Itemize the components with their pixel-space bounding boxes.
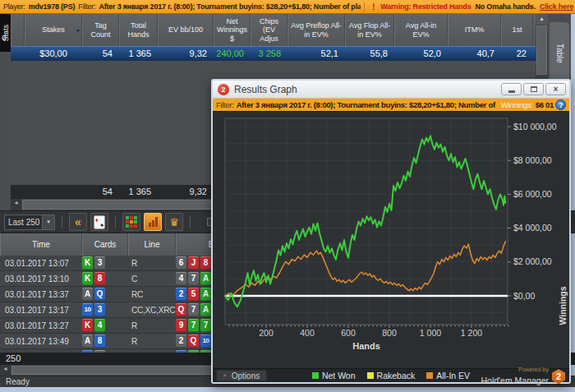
svg-text:$8 000,00: $8 000,00 [513,155,552,165]
card: 8 [200,256,211,270]
scroll-left-icon[interactable]: ◂ [11,199,21,210]
winnings-label: Winnings: [501,100,533,109]
popup-title: Results Graph [234,84,499,95]
card: 4 [176,272,186,285]
brand-logo: Powered by Hold'em Manager 2 [481,369,565,384]
card: 2 [176,288,186,301]
options-label: Options [232,371,260,381]
filter-label: Filter: [78,2,95,11]
cell: 1 365 [119,185,158,199]
winnings-value: $6 01 [536,100,554,109]
scroll-up-icon[interactable]: ▴ [536,14,548,25]
help-icon[interactable]: ? [555,99,566,110]
options-button[interactable]: ^ Options [216,370,267,381]
chevron-down-icon[interactable]: ▾ [42,215,54,229]
column-header[interactable]: Avg All-in EV% [394,14,448,46]
hm2-app-icon: 2 [218,84,229,95]
column-header[interactable]: Stakes▾ [25,14,82,46]
cell: 22 [501,47,533,61]
results-graph-button[interactable] [144,213,162,231]
legend-item: All-In EV [426,371,470,380]
filter-value: After 3 января 2017 г. (8:00); Tournamen… [99,2,361,11]
range-select-dropdown[interactable]: Last 250 ▾ [4,214,55,230]
card: 10 [200,334,211,348]
brand-name: Hold'em Manager [481,376,549,385]
grid-view-button[interactable] [122,213,140,231]
svg-text:$6 000,00: $6 000,00 [513,189,552,199]
tourney-results-button[interactable]: ♛ [165,213,183,231]
results-graph-chart: 2004006008001 0001 200$0,00$2 000,00$4 0… [213,112,569,368]
warning-icon: ! [372,2,375,12]
cell: 55,8 [345,47,394,61]
column-header[interactable]: Tag Count [82,14,119,46]
card: K [82,256,93,270]
legend-item: Rakeback [367,371,416,380]
legend-label: Rakeback [377,371,416,380]
card: 8 [94,272,105,285]
hand-time: 03.01.2017 13:17 [0,306,82,315]
sort-icon[interactable]: ▾ [76,27,80,35]
column-header[interactable]: Avg Preflop All-in EV% [288,14,345,46]
column-header[interactable]: Net Winnings $ [214,14,251,46]
action-line: R [128,321,176,330]
grid-icon [126,216,137,228]
clipped-column-header: d [2,33,7,42]
top-filter-bar: Player:mdv1978 (PS) Filter:After 3 январ… [0,0,575,14]
warning-link[interactable]: Click here [540,2,573,11]
card: 9 [176,319,186,332]
column-header[interactable]: EV bb/100 [158,14,214,46]
svg-text:600: 600 [341,328,356,338]
replay-button[interactable]: « [69,213,87,231]
card: 7 [188,272,199,285]
scrollbar-thumb[interactable] [536,25,547,75]
card: 6 [176,256,186,270]
svg-text:$4 000,00: $4 000,00 [513,223,552,233]
svg-text:800: 800 [382,328,397,338]
stats-table-selected-row[interactable]: $30,00541 3659,32240,003 25852,155,852,0… [11,46,536,61]
close-button[interactable]: × [545,83,566,95]
svg-text:1 000: 1 000 [420,328,441,338]
card: K [82,319,93,332]
maximize-button[interactable] [523,83,544,95]
hole-cards: K8 [82,272,128,285]
action-line: C [128,274,176,284]
warning-title: Warning: Restricted Hands [380,2,471,11]
popup-filter-label: Filter: [216,100,234,109]
card: A [82,334,93,348]
table-side-tab[interactable]: Table [549,21,570,85]
scroll-left-icon[interactable]: ◂ [0,365,11,376]
column-header[interactable]: ITM% [448,14,501,46]
hand-time: 03.01.2017 13:27 [0,321,82,330]
minimize-button[interactable] [501,83,522,95]
divider [62,215,62,228]
column-header[interactable] [11,14,25,46]
column-header[interactable]: Line [128,233,176,256]
column-header[interactable]: Time [0,233,82,256]
playing-card-icon: ♦♠ [94,215,105,229]
card: K [82,272,93,285]
column-header[interactable]: Total Hands [119,14,158,46]
card: Q [176,303,186,316]
cell [25,185,82,199]
legend-label: All-In EV [436,371,470,380]
cell [11,47,25,61]
cell: 40,7 [448,47,501,61]
cell: 240,00 [214,47,251,61]
card: 5 [188,288,199,301]
popup-title-bar[interactable]: 2 Results Graph × [213,81,569,99]
hand-viewer-button[interactable]: ♦♠ [90,213,108,231]
popup-filter-value: After 3 января 2017 г. (8:00); Tournamen… [237,100,497,109]
rewind-icon: « [75,216,81,228]
legend-swatch-icon [367,372,374,379]
column-header[interactable]: Chips (EV Adjus [251,14,288,46]
card: 7 [200,319,211,332]
card: 7 [188,319,199,332]
card: Q [188,334,199,348]
column-header[interactable]: Avg Flop All-in EV% [345,14,394,46]
column-header[interactable]: Cards [82,233,128,256]
player-label: Player: [3,2,25,11]
action-line: RC [128,290,176,299]
column-header[interactable]: 1st [501,14,533,46]
stats-table-header[interactable]: Stakes▾Tag CountTotal HandsEV bb/100Net … [11,14,536,46]
chart-canvas: 2004006008001 0001 200$0,00$2 000,00$4 0… [213,112,569,365]
